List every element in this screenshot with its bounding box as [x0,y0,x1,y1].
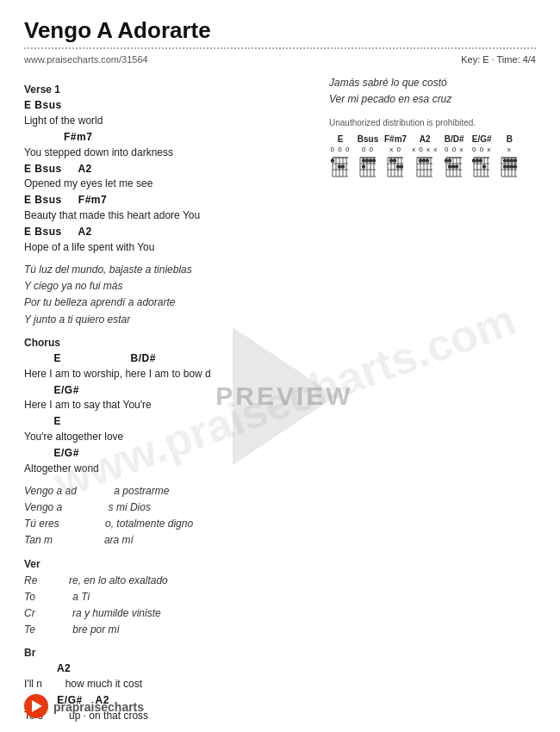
chorus-italic1: Vengo a ad a postrarme [24,483,312,499]
chorus-line3: E You're altogether love [24,414,312,444]
chord-dots-above-E: 0 0 0 [331,146,351,153]
chord-name-A2: A2 [420,134,431,144]
chorus-section: Chorus E B/D# Here I am to worship, here… [24,337,312,476]
footer: prapraisecharts [24,694,144,718]
chord-diagram-B: B x [498,134,520,178]
v1-chord2: F#m7 [24,130,312,145]
page-wrapper: Vengo A Adorarte www.praisecharts.com/31… [0,0,560,732]
svg-point-36 [393,159,396,163]
v1-chord4: E Bsus F#m7 [24,193,312,208]
v2-line4: Te bre por mí [24,622,312,638]
chord-diagram-E: E 0 0 0 [329,134,352,178]
chorus-line2: E/G# Here I am to say that You're [24,383,312,413]
chorus-chord2: E/G# [24,383,312,398]
chord-dots-above-BD: 0 0 x [445,146,464,153]
chord-dots-above-F7m: x 0 [389,146,401,153]
v1-lyric2: You stepped down into darkness [24,145,312,160]
unauthorized-text: Unauthorized distribution is prohibited. [329,118,536,127]
chord-grid-Bsus [357,154,379,178]
chorus-italic3: Tú eres o, totalmente digno [24,516,312,532]
chord-name-F7m: F#m7 [384,134,407,144]
chord-grid-B [498,154,520,178]
song-title: Vengo A Adorarte [24,17,536,44]
chord-grid-F7m [384,154,407,178]
footer-play-icon [32,700,42,712]
bridge-chord1: A2 [24,661,312,676]
footer-brand-text: prapraisecharts [53,699,144,714]
svg-point-50 [426,159,429,163]
v1-line4: E Bsus F#m7 Beauty that made this heart … [24,193,312,223]
verse1-label: Verse 1 [24,84,312,96]
chord-dots-above-A2: x 0 x x [412,146,438,153]
svg-point-75 [476,159,479,163]
verse1-italics: Tú luz del mundo, bajaste a tinieblas Y … [24,262,312,328]
svg-point-38 [400,165,403,169]
svg-point-24 [369,159,372,163]
svg-point-88 [507,159,510,163]
svg-point-62 [448,165,451,169]
chorus-chord3: E [24,414,312,429]
svg-point-90 [513,159,517,163]
svg-point-93 [510,165,513,169]
chorus-chord1: E B/D# [24,351,312,366]
chorus-lyric2: Here I am to say that You're [24,397,312,413]
svg-point-35 [389,159,393,163]
v2-line2: To a Ti [24,589,312,605]
svg-point-49 [422,159,426,163]
verse2-label: Ver [24,558,312,570]
v1-chord1: E Bsus [24,98,312,113]
chord-dots-above-B: x [507,146,512,153]
chorus-italic4: Tan m ara mí [24,532,312,549]
svg-point-23 [365,159,369,163]
chorus-italics: Vengo a ad a postrarme Vengo a s mi Dios… [24,483,312,549]
verse1-section: Verse 1 E Bsus Light of the world F#m7 Y… [24,84,312,255]
svg-point-89 [510,159,513,163]
chord-diagrams: E 0 0 0 [329,134,536,178]
chorus-chord4: E/G# [24,446,312,461]
v2-line1: Re re, en lo alto exaltado [24,573,312,589]
svg-point-60 [445,159,448,163]
chord-name-Bsus: Bsus [358,134,378,144]
v1-lyric3: Opened my eyes let me see [24,176,312,191]
chord-name-E: E [338,134,344,144]
svg-point-10 [338,165,341,169]
chorus-lyric3: You're altogether love [24,429,312,444]
chord-diagram-A2: A2 x 0 x x [412,134,438,178]
chord-name-BD: B/D# [445,134,464,144]
svg-point-48 [419,159,422,163]
bridge-line1: A2 I'll n how much it cost [24,661,312,692]
chord-grid-BD [443,154,465,178]
v1-line5: E Bsus A2 Hope of a life spent with You [24,225,312,255]
v1-lyric4: Beauty that made this heart adore You [24,208,312,223]
chord-name-B: B [507,134,513,144]
footer-pre-text: pra [53,700,72,714]
chord-diagram-Bsus: Bsus 0 0 [357,134,379,178]
right-italic2: Ver mi pecado en esa cruz [329,91,536,108]
right-column: Jamás sabré lo que costó Ver mi pecado e… [329,75,536,730]
chorus-lyric1: Here I am to worship, here I am to bow d [24,366,312,382]
svg-point-63 [451,165,455,169]
svg-point-25 [372,159,376,163]
svg-point-21 [362,159,365,163]
bridge-lyric1: I'll n how much it cost [24,676,312,692]
v1-chord3: E Bsus A2 [24,162,312,177]
chorus-line1: E B/D# Here I am to worship, here I am t… [24,351,312,382]
chord-grid-A2 [414,154,436,178]
verse2-section: Ver Re re, en lo alto exaltado To a Ti C… [24,558,312,639]
v1-line2: F#m7 You stepped down into darkness [24,130,312,160]
svg-point-87 [503,159,507,163]
chord-dots-above-Bsus: 0 0 [362,146,374,153]
chord-diagram-F7m: F#m7 x 0 [384,134,407,178]
key-time: Key: E · Time: 4/4 [461,54,536,65]
v1-lyric1: Light of the world [24,113,312,128]
v1-italic2: Y ciego ya no fui más [24,278,312,295]
svg-point-94 [513,165,517,169]
svg-point-22 [362,165,365,169]
website-url: www.praisecharts.com/31564 [24,54,148,65]
chord-diagram-EG: E/G# 0 0 x [470,134,493,178]
chord-grid-E [329,154,352,178]
footer-brand-main: praisecharts [72,700,144,714]
v1-italic1: Tú luz del mundo, bajaste a tinieblas [24,262,312,278]
v1-italic3: Por tu belleza aprendí a adorarte [24,295,312,311]
right-italics: Jamás sabré lo que costó Ver mi pecado e… [329,75,536,108]
